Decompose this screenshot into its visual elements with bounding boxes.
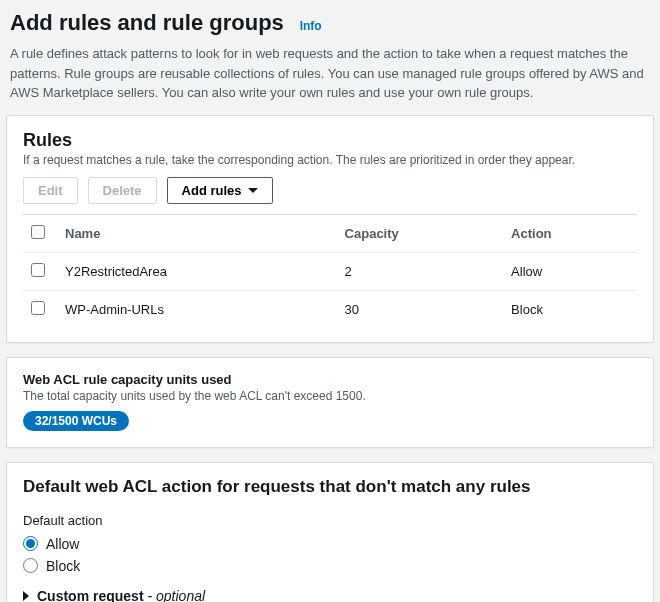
cell-name: WP-Admin-URLs: [57, 290, 337, 328]
select-all-checkbox[interactable]: [31, 225, 45, 239]
radio-allow-input[interactable]: [23, 536, 38, 551]
edit-button[interactable]: Edit: [23, 177, 78, 204]
rules-table: Name Capacity Action Y2RestrictedArea 2 …: [23, 214, 637, 328]
table-row: WP-Admin-URLs 30 Block: [23, 290, 637, 328]
cell-capacity: 2: [337, 252, 504, 290]
cell-action: Allow: [503, 252, 637, 290]
col-capacity: Capacity: [337, 214, 504, 252]
cell-action: Block: [503, 290, 637, 328]
radio-block-input[interactable]: [23, 558, 38, 573]
cell-name: Y2RestrictedArea: [57, 252, 337, 290]
col-action: Action: [503, 214, 637, 252]
custom-request-label: Custom request: [37, 588, 144, 603]
rules-panel: Rules If a request matches a rule, take …: [6, 115, 654, 343]
add-rules-label: Add rules: [182, 183, 242, 198]
capacity-panel: Web ACL rule capacity units used The tot…: [6, 357, 654, 448]
rules-sub: If a request matches a rule, take the co…: [23, 153, 637, 167]
info-link[interactable]: Info: [300, 19, 322, 33]
radio-allow[interactable]: Allow: [23, 536, 637, 552]
delete-button[interactable]: Delete: [88, 177, 157, 204]
page-intro: A rule defines attack patterns to look f…: [6, 44, 654, 115]
rules-heading: Rules: [23, 130, 637, 151]
caret-down-icon: [248, 188, 258, 193]
radio-block[interactable]: Block: [23, 558, 637, 574]
col-name: Name: [57, 214, 337, 252]
radio-block-label: Block: [46, 558, 80, 574]
table-row: Y2RestrictedArea 2 Allow: [23, 252, 637, 290]
cell-capacity: 30: [337, 290, 504, 328]
capacity-sub: The total capacity units used by the web…: [23, 389, 637, 403]
wcu-badge: 32/1500 WCUs: [23, 411, 129, 431]
capacity-label: Web ACL rule capacity units used: [23, 372, 637, 387]
row-checkbox[interactable]: [31, 301, 45, 315]
page-title: Add rules and rule groups: [10, 10, 284, 36]
default-action-heading: Default web ACL action for requests that…: [23, 477, 637, 497]
default-action-panel: Default web ACL action for requests that…: [6, 462, 654, 603]
add-rules-button[interactable]: Add rules: [167, 177, 273, 204]
default-action-label: Default action: [23, 513, 637, 528]
optional-label: - optional: [144, 588, 205, 603]
chevron-right-icon: [23, 591, 29, 601]
radio-allow-label: Allow: [46, 536, 79, 552]
custom-request-expander[interactable]: Custom request - optional: [23, 588, 637, 603]
row-checkbox[interactable]: [31, 263, 45, 277]
